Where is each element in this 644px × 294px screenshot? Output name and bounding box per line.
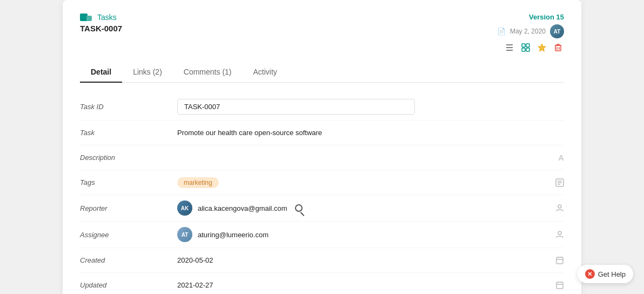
updated-icon xyxy=(548,281,564,290)
breadcrumb-label: Tasks xyxy=(97,13,117,22)
value-updated: 2021-02-27 xyxy=(177,281,548,289)
delete-button[interactable] xyxy=(552,42,564,54)
favorite-button[interactable] xyxy=(536,42,548,54)
assignee-avatar: AT xyxy=(177,227,192,242)
grid-view-button[interactable] xyxy=(520,42,532,54)
field-description: Description A xyxy=(80,145,564,170)
label-tags: Tags xyxy=(80,178,177,186)
field-tags: Tags marketing xyxy=(80,170,564,195)
reporter-icon xyxy=(548,204,564,212)
date-label: May 2, 2020 xyxy=(510,28,546,35)
value-task-id xyxy=(177,99,548,115)
field-task-id: Task ID xyxy=(80,93,564,121)
tasks-icon xyxy=(80,14,92,21)
task-id-input[interactable] xyxy=(177,99,415,115)
label-assignee: Assignee xyxy=(80,231,177,239)
label-created: Created xyxy=(80,256,177,264)
svg-marker-7 xyxy=(538,44,546,51)
assignee-icon xyxy=(548,230,564,239)
value-created: 2020-05-02 xyxy=(177,256,548,264)
breadcrumb-section: Tasks TASK-0007 xyxy=(80,13,122,33)
label-updated: Updated xyxy=(80,281,177,289)
field-created: Created 2020-05-02 xyxy=(80,248,564,273)
assignee-email: aturing@lumeerio.com xyxy=(198,231,269,239)
tab-links[interactable]: Links (2) xyxy=(122,62,173,83)
label-task-id: Task ID xyxy=(80,103,177,111)
tab-detail[interactable]: Detail xyxy=(80,62,122,83)
task-id-heading: TASK-0007 xyxy=(80,24,122,33)
field-updated: Updated 2021-02-27 xyxy=(80,273,564,294)
svg-point-15 xyxy=(558,205,561,208)
tab-activity[interactable]: Activity xyxy=(243,62,288,83)
label-description: Description xyxy=(80,153,177,162)
reporter-cell: AK alica.kacengova@gmail.com xyxy=(177,201,548,216)
reporter-avatar: AK xyxy=(177,201,192,216)
svg-rect-21 xyxy=(556,282,563,289)
tab-comments[interactable]: Comments (1) xyxy=(173,62,243,83)
document-icon: 📄 xyxy=(497,28,506,36)
description-icon: A xyxy=(548,153,564,162)
created-icon xyxy=(548,256,564,265)
header-right: Version 15 📄 May 2, 2020 AT xyxy=(497,13,564,54)
cursor-icon xyxy=(295,204,303,212)
value-assignee: AT aturing@lumeerio.com xyxy=(177,227,548,242)
svg-rect-8 xyxy=(555,45,561,51)
label-task: Task xyxy=(80,129,177,137)
breadcrumb: Tasks xyxy=(80,13,122,22)
svg-rect-17 xyxy=(556,257,563,264)
assignee-cell: AT aturing@lumeerio.com xyxy=(177,227,548,242)
svg-rect-4 xyxy=(526,44,529,47)
value-task: Promote our health care open-source soft… xyxy=(177,129,548,137)
field-assignee: Assignee AT aturing@lumeerio.com xyxy=(80,222,564,248)
version-label: Version 15 xyxy=(529,13,564,21)
svg-rect-6 xyxy=(526,48,529,51)
get-help-button[interactable]: ✕ Get Help xyxy=(578,265,633,283)
label-reporter: Reporter xyxy=(80,204,177,212)
fields-section: Task ID Task Promote our health care ope… xyxy=(80,93,564,294)
list-view-button[interactable] xyxy=(504,42,515,54)
date-row: 📄 May 2, 2020 AT xyxy=(497,24,564,38)
reporter-email: alica.kacengova@gmail.com xyxy=(198,204,287,212)
help-label: Get Help xyxy=(598,270,626,278)
svg-point-16 xyxy=(558,231,561,235)
help-icon: ✕ xyxy=(585,269,595,279)
card-header: Tasks TASK-0007 Version 15 📄 May 2, 2020… xyxy=(80,13,564,54)
avatar: AT xyxy=(550,24,564,38)
field-reporter: Reporter AK alica.kacengova@gmail.com xyxy=(80,195,564,222)
tags-icon xyxy=(548,178,564,187)
svg-rect-5 xyxy=(522,48,525,51)
tabs-bar: Detail Links (2) Comments (1) Activity xyxy=(80,62,564,83)
value-tags: marketing xyxy=(177,177,548,188)
version-row: Version 15 xyxy=(529,13,564,21)
task-detail-card: Tasks TASK-0007 Version 15 📄 May 2, 2020… xyxy=(63,0,581,294)
value-reporter: AK alica.kacengova@gmail.com xyxy=(177,201,548,216)
toolbar xyxy=(504,42,564,54)
svg-rect-3 xyxy=(522,44,525,47)
field-task: Task Promote our health care open-source… xyxy=(80,121,564,145)
tag-marketing[interactable]: marketing xyxy=(177,177,219,188)
